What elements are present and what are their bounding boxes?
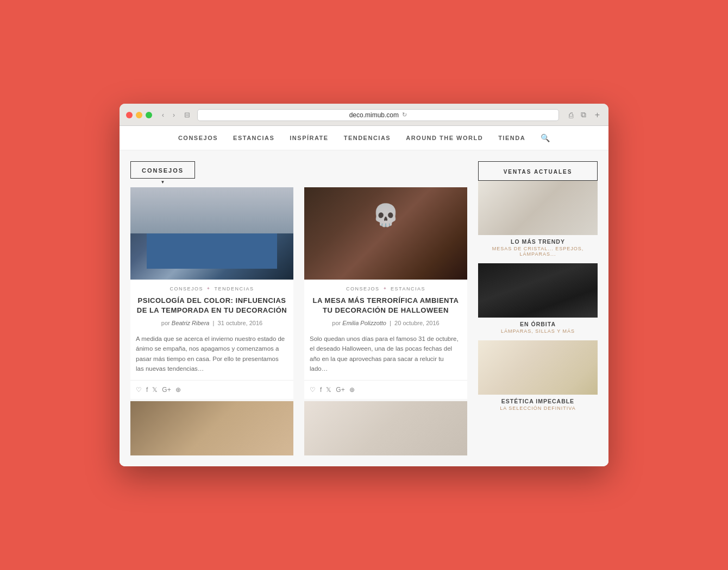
section-header-consejos: CONSEJOS — [130, 161, 195, 179]
browser-actions: ⎙ ⧉ — [567, 109, 588, 121]
browser-window: ‹ › ⊟ deco.mimub.com ↻ ⎙ ⧉ + CONSEJOS ES… — [120, 104, 608, 467]
facebook-icon[interactable]: f — [320, 386, 322, 394]
googleplus-icon[interactable]: G+ — [162, 386, 171, 394]
article-categories: CONSEJOS ✦ TENDENCIAS — [136, 286, 288, 292]
sidebar-ventas-actuales: VENTAS ACTUALES LO MÁS TRENDY MESAS DE C… — [478, 161, 598, 415]
sidebar-image-trendy — [478, 181, 598, 235]
article-image-halloween[interactable] — [304, 187, 467, 280]
sidebar-toggle-button[interactable]: ⊟ — [181, 110, 193, 120]
refresh-button[interactable]: ↻ — [402, 111, 407, 118]
article-byline: por Beatriz Ribera | 31 octubre, 2016 — [136, 320, 288, 326]
bottom-article-image-1[interactable] — [130, 401, 293, 455]
pinterest-icon[interactable]: ⊕ — [349, 386, 355, 394]
sidebar-item-estetica[interactable]: ESTÉTICA IMPECABLE LA SELECCIÓN DEFINITI… — [478, 340, 598, 415]
traffic-lights — [126, 112, 152, 118]
article-excerpt: A medida que se acerca el invierno nuest… — [130, 334, 293, 374]
articles-grid: CONSEJOS ✦ TENDENCIAS PSICOLOGÍA DEL COL… — [130, 187, 467, 400]
category-2[interactable]: TENDENCIAS — [215, 286, 254, 292]
forward-button[interactable]: › — [171, 110, 177, 120]
nav-inspirate[interactable]: INSPÍRATE — [290, 135, 328, 141]
article-meta: CONSEJOS ✦ TENDENCIAS PSICOLOGÍA DEL COL… — [130, 280, 293, 334]
facebook-icon[interactable]: f — [146, 386, 148, 394]
site-navigation: CONSEJOS ESTANCIAS INSPÍRATE TENDENCIAS … — [120, 126, 608, 150]
sidebar-title: VENTAS ACTUALES — [504, 169, 573, 175]
category-separator: ✦ — [206, 286, 211, 291]
sidebar-item-trendy[interactable]: LO MÁS TRENDY MESAS DE CRISTAL... ESPEJO… — [478, 181, 598, 261]
sidebar-item-subtitle: LÁMPARAS, SILLAS Y MÁS — [478, 328, 598, 338]
sidebar-header: VENTAS ACTUALES — [478, 161, 598, 181]
article-card: CONSEJOS ✦ ESTANCIAS LA MESA MÁS TERRORÍ… — [304, 187, 467, 400]
byline-pre: por — [161, 320, 170, 326]
article-title[interactable]: PSICOLOGÍA DEL COLOR: INFLUENCIAS DE LA … — [136, 296, 288, 315]
traffic-light-red[interactable] — [126, 112, 133, 118]
website-content: CONSEJOS ESTANCIAS INSPÍRATE TENDENCIAS … — [120, 126, 608, 467]
nav-around-the-world[interactable]: AROUND THE WORLD — [406, 135, 483, 141]
sidebar-image-estetica — [478, 340, 598, 395]
category-1[interactable]: CONSEJOS — [170, 286, 203, 292]
article-date: 20 octubre, 2016 — [394, 320, 440, 326]
main-column: CONSEJOS CONSEJOS ✦ TENDENCIAS PSICOLOGÍ… — [130, 161, 467, 456]
share-button[interactable]: ⎙ — [567, 109, 575, 121]
article-social-actions: ♡ f 𝕏 G+ ⊕ — [304, 380, 467, 399]
article-date: 31 octubre, 2016 — [218, 320, 263, 326]
pinterest-icon[interactable]: ⊕ — [175, 386, 181, 394]
sidebar-column: VENTAS ACTUALES LO MÁS TRENDY MESAS DE C… — [478, 161, 598, 456]
twitter-icon[interactable]: 𝕏 — [326, 386, 331, 394]
new-tab-button[interactable]: + — [593, 110, 602, 120]
sidebar-item-title: EN ÓRBITA — [478, 318, 598, 328]
category-1[interactable]: CONSEJOS — [346, 286, 380, 292]
nav-consejos[interactable]: CONSEJOS — [178, 135, 218, 141]
nav-tienda[interactable]: TIENDA — [498, 135, 525, 141]
sidebar-item-subtitle: LA SELECCIÓN DEFINITIVA — [478, 406, 598, 415]
category-separator: ✦ — [383, 286, 388, 291]
sidebar-item-orbita[interactable]: EN ÓRBITA LÁMPARAS, SILLAS Y MÁS — [478, 263, 598, 338]
section-title: CONSEJOS — [142, 167, 184, 174]
back-button[interactable]: ‹ — [160, 110, 166, 120]
article-card: CONSEJOS ✦ TENDENCIAS PSICOLOGÍA DEL COL… — [130, 187, 293, 400]
byline-pre: por — [332, 320, 341, 326]
article-categories: CONSEJOS ✦ ESTANCIAS — [310, 286, 462, 292]
like-icon[interactable]: ♡ — [310, 386, 316, 394]
article-social-actions: ♡ f 𝕏 G+ ⊕ — [130, 380, 293, 399]
address-bar[interactable]: deco.mimub.com ↻ — [197, 109, 559, 121]
twitter-icon[interactable]: 𝕏 — [152, 386, 158, 394]
browser-chrome: ‹ › ⊟ deco.mimub.com ↻ ⎙ ⧉ + — [120, 104, 608, 126]
url-text: deco.mimub.com — [349, 111, 399, 119]
sidebar-image-orbita — [478, 263, 598, 318]
article-author: Emilia Polizzotto — [342, 320, 386, 326]
article-image-blue-sofa[interactable] — [130, 187, 293, 280]
search-icon[interactable]: 🔍 — [541, 134, 550, 142]
like-icon[interactable]: ♡ — [136, 386, 142, 394]
article-byline: por Emilia Polizzotto | 20 octubre, 2016 — [310, 320, 462, 326]
bottom-articles-row — [130, 401, 467, 455]
article-author: Beatriz Ribera — [172, 320, 210, 326]
article-meta: CONSEJOS ✦ ESTANCIAS LA MESA MÁS TERRORÍ… — [304, 280, 467, 334]
sidebar-item-subtitle: MESAS DE CRISTAL... ESPEJOS, LÁMPARAS... — [478, 246, 598, 261]
sidebar-item-title: LO MÁS TRENDY — [478, 235, 598, 246]
site-body: CONSEJOS CONSEJOS ✦ TENDENCIAS PSICOLOGÍ… — [120, 150, 608, 467]
sidebar-item-title: ESTÉTICA IMPECABLE — [478, 395, 598, 406]
new-window-button[interactable]: ⧉ — [579, 109, 588, 121]
traffic-light-yellow[interactable] — [136, 112, 142, 118]
bottom-article-image-2[interactable] — [304, 401, 467, 455]
nav-estancias[interactable]: ESTANCIAS — [233, 135, 274, 141]
article-excerpt: Solo quedan unos días para el famoso 31 … — [304, 334, 467, 374]
nav-tendencias[interactable]: TENDENCIAS — [344, 135, 391, 141]
googleplus-icon[interactable]: G+ — [336, 386, 344, 394]
traffic-light-green[interactable] — [146, 112, 152, 118]
article-title[interactable]: LA MESA MÁS TERRORÍFICA AMBIENTA TU DECO… — [310, 296, 462, 315]
category-2[interactable]: ESTANCIAS — [391, 286, 425, 292]
